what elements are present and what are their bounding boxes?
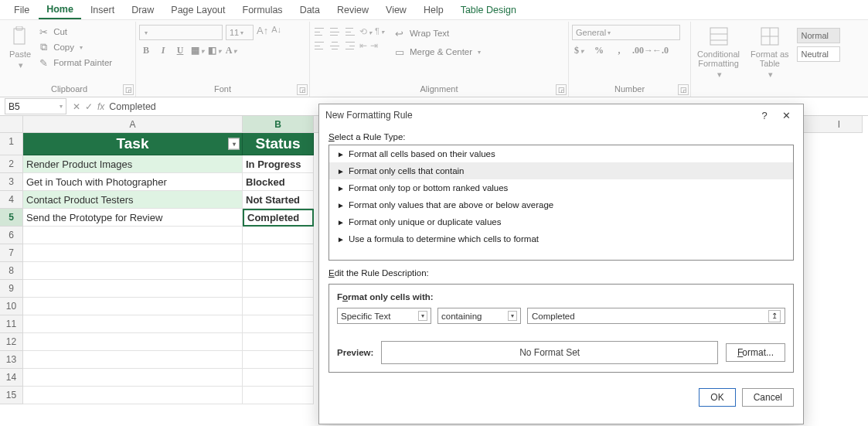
col-header-a[interactable]: A [23, 116, 243, 133]
row-header-3[interactable]: 3 [0, 173, 23, 191]
row-header-7[interactable]: 7 [0, 244, 23, 262]
align-bottom[interactable] [344, 26, 356, 37]
align-right[interactable] [344, 40, 356, 51]
row-header-5[interactable]: 5 [0, 209, 23, 227]
rule-type-1[interactable]: ►Format only cells that contain [329, 162, 793, 179]
cell-b13[interactable] [243, 351, 314, 369]
cell-b7[interactable] [243, 244, 314, 262]
percent-button[interactable]: % [592, 45, 606, 56]
paste-button[interactable]: Paste ▾ [6, 23, 34, 71]
rule-type-4[interactable]: ►Format only unique or duplicate values [329, 213, 793, 230]
cell-b11[interactable] [243, 315, 314, 333]
currency-button[interactable]: $▾ [572, 45, 586, 56]
shrink-font-icon[interactable]: A↓ [271, 25, 281, 40]
col-header-b[interactable]: B [243, 116, 314, 133]
clipboard-launcher[interactable]: ◲ [123, 84, 134, 95]
cell-a6[interactable] [23, 227, 243, 244]
rule-type-5[interactable]: ►Use a formula to determine which cells … [329, 230, 793, 247]
cell-a7[interactable] [23, 244, 243, 262]
merge-center-button[interactable]: ▭ Merge & Center ▾ [393, 45, 481, 59]
cell-a2[interactable]: Render Product Images [23, 155, 243, 173]
menu-review[interactable]: Review [329, 2, 376, 19]
alignment-launcher[interactable]: ◲ [556, 84, 567, 95]
dialog-close-button[interactable]: ✕ [775, 106, 797, 124]
ok-button[interactable]: OK [699, 388, 735, 407]
decrease-indent[interactable]: ⇤ [359, 40, 367, 51]
wrap-text-button[interactable]: ↩ Wrap Text [393, 26, 481, 40]
accept-formula-icon[interactable]: ✓ [85, 101, 93, 112]
cell-a4[interactable]: Contact Product Testers [23, 191, 243, 209]
increase-decimal[interactable]: .00→ [632, 45, 646, 56]
cell-b14[interactable] [243, 369, 314, 387]
row-header-13[interactable]: 13 [0, 351, 23, 369]
direction-button[interactable]: ¶▾ [375, 26, 384, 37]
cancel-button[interactable]: Cancel [742, 388, 794, 407]
row-header-2[interactable]: 2 [0, 155, 23, 173]
criterion-type-select[interactable]: Specific Text▾ [337, 308, 431, 324]
range-picker-icon[interactable]: ↥ [768, 310, 781, 322]
row-header-8[interactable]: 8 [0, 262, 23, 280]
header-status[interactable]: Status [243, 133, 314, 155]
format-as-table-button[interactable]: Format as Table ▾ [747, 23, 792, 80]
menu-file[interactable]: File [6, 2, 37, 19]
align-center[interactable] [328, 40, 341, 51]
cell-a3[interactable]: Get in Touch with Photographer [23, 173, 243, 191]
fx-icon[interactable]: fx [97, 101, 104, 112]
row-header-12[interactable]: 12 [0, 333, 23, 351]
row-header-1[interactable]: 1 [0, 133, 23, 155]
format-button[interactable]: Format... [726, 343, 785, 362]
cell-a12[interactable] [23, 333, 243, 351]
conditional-formatting-button[interactable]: Conditional Formatting ▾ [694, 23, 743, 80]
border-button[interactable]: ▦▾ [190, 45, 204, 56]
cell-a11[interactable] [23, 315, 243, 333]
header-task[interactable]: Task ▾ [23, 133, 243, 155]
number-launcher[interactable]: ◲ [678, 84, 689, 95]
menu-page-layout[interactable]: Page Layout [163, 2, 233, 19]
row-header-9[interactable]: 9 [0, 280, 23, 298]
cancel-formula-icon[interactable]: ✕ [73, 101, 80, 112]
align-top[interactable] [313, 26, 325, 37]
menu-view[interactable]: View [378, 2, 414, 19]
cell-b12[interactable] [243, 333, 314, 351]
underline-button[interactable]: U [173, 45, 187, 56]
cut-button[interactable]: ✂ Cut [37, 25, 112, 39]
cell-a5[interactable]: Send the Prototype for Review [23, 209, 243, 227]
criterion-value-input[interactable]: Completed ↥ [527, 308, 785, 324]
cell-a8[interactable] [23, 262, 243, 280]
copy-button[interactable]: ⧉ Copy ▾ [37, 40, 112, 54]
menu-help[interactable]: Help [416, 2, 451, 19]
cell-b9[interactable] [243, 280, 314, 298]
col-header-i[interactable]: I [816, 116, 863, 133]
cell-b5[interactable]: Completed [243, 209, 314, 227]
rule-type-0[interactable]: ►Format all cells based on their values [329, 145, 793, 162]
format-painter-button[interactable]: ✎ Format Painter [37, 56, 112, 70]
orientation-button[interactable]: ⟲▾ [359, 26, 372, 37]
increase-indent[interactable]: ⇥ [370, 40, 378, 51]
italic-button[interactable]: I [156, 45, 170, 56]
number-format-select[interactable]: General ▾ [572, 25, 680, 40]
cell-a15[interactable] [23, 387, 243, 404]
cell-a10[interactable] [23, 298, 243, 315]
grow-font-icon[interactable]: A↑ [257, 25, 268, 40]
formula-input[interactable]: Completed [109, 101, 155, 112]
menu-formulas[interactable]: Formulas [235, 2, 291, 19]
cell-a9[interactable] [23, 280, 243, 298]
row-header-4[interactable]: 4 [0, 191, 23, 209]
font-launcher[interactable]: ◲ [297, 84, 308, 95]
menu-home[interactable]: Home [39, 1, 81, 19]
cell-a14[interactable] [23, 369, 243, 387]
row-header-10[interactable]: 10 [0, 298, 23, 315]
cell-b6[interactable] [243, 227, 314, 244]
row-header-15[interactable]: 15 [0, 387, 23, 404]
style-neutral[interactable]: Neutral [797, 46, 840, 62]
menu-draw[interactable]: Draw [124, 2, 162, 19]
menu-data[interactable]: Data [292, 2, 328, 19]
align-middle[interactable] [328, 26, 341, 37]
menu-insert[interactable]: Insert [83, 2, 122, 19]
cell-b15[interactable] [243, 387, 314, 404]
rule-type-3[interactable]: ►Format only values that are above or be… [329, 196, 793, 213]
filter-task-button[interactable]: ▾ [228, 138, 240, 150]
style-normal[interactable]: Normal [797, 28, 840, 43]
dialog-help-button[interactable]: ? [754, 106, 775, 124]
decrease-decimal[interactable]: ←.0 [652, 45, 666, 56]
